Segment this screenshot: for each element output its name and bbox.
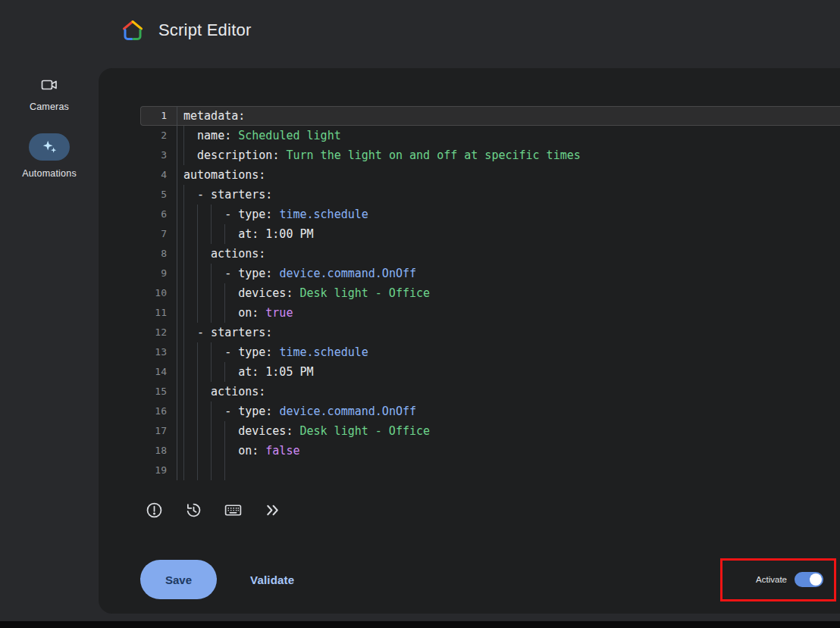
line-number: 4 [140, 165, 177, 185]
google-home-logo-icon [121, 19, 145, 42]
line-number: 13 [140, 342, 177, 362]
indent-guide [183, 205, 197, 224]
code-line-4[interactable]: 4automations: [140, 165, 840, 185]
automations-icon [29, 133, 70, 161]
code-line-12[interactable]: 12- starters: [140, 323, 840, 342]
code-line-text: - starters: [177, 185, 840, 205]
indent-guide [211, 283, 224, 303]
code-line-16[interactable]: 16- type: device.command.OnOff [140, 401, 840, 421]
editor-toolbar [144, 500, 282, 520]
code-line-text: - type: time.schedule [177, 205, 840, 224]
problems-button[interactable] [144, 500, 164, 520]
more-tools-button[interactable] [262, 500, 282, 520]
code-line-text: actions: [177, 244, 840, 264]
footer-actions: Save Validate [140, 560, 299, 599]
indent-guide [183, 441, 197, 461]
code-line-text: - starters: [177, 323, 840, 342]
indent-guide [211, 401, 224, 421]
activate-toggle[interactable] [795, 572, 823, 587]
code-line-19[interactable]: 19 [140, 461, 840, 480]
indent-guide [197, 244, 211, 264]
line-number: 11 [140, 303, 177, 323]
code-line-text: - type: time.schedule [177, 342, 840, 362]
indent-guide [224, 461, 238, 480]
code-line-text: - type: device.command.OnOff [177, 264, 840, 283]
camera-icon [40, 76, 58, 94]
indent-guide [197, 264, 211, 283]
code-line-8[interactable]: 8actions: [140, 244, 840, 264]
indent-guide [197, 224, 211, 244]
indent-guide [183, 185, 197, 205]
code-line-text: on: true [177, 303, 840, 323]
indent-guide [211, 461, 224, 480]
code-editor[interactable]: 1metadata:2name: Scheduled light3descrip… [140, 106, 840, 485]
code-line-text: description: Turn the light on and off a… [177, 145, 840, 165]
indent-guide [211, 205, 224, 224]
line-number: 8 [140, 244, 177, 264]
code-line-18[interactable]: 18on: false [140, 441, 840, 461]
line-number: 18 [140, 441, 177, 461]
indent-guide [197, 303, 211, 323]
indent-guide [183, 382, 197, 401]
line-number: 17 [140, 421, 177, 441]
indent-guide [183, 362, 197, 382]
code-line-text: actions: [177, 382, 840, 401]
indent-guide [197, 401, 211, 421]
error-icon [145, 501, 164, 520]
code-line-text: at: 1:00 PM [177, 224, 840, 244]
sidebar-item-label: Automations [22, 168, 77, 179]
indent-guide [224, 441, 238, 461]
code-line-text [177, 461, 840, 480]
validate-button[interactable]: Validate [246, 573, 299, 587]
code-line-6[interactable]: 6- type: time.schedule [140, 205, 840, 224]
save-button[interactable]: Save [140, 560, 217, 599]
line-number: 2 [140, 126, 177, 145]
line-number: 5 [140, 185, 177, 205]
indent-guide [197, 342, 211, 362]
indent-guide [197, 283, 211, 303]
line-number: 9 [140, 264, 177, 283]
line-number: 10 [140, 283, 177, 303]
code-line-1[interactable]: 1metadata: [140, 106, 840, 126]
indent-guide [197, 205, 211, 224]
bottom-strip [0, 621, 840, 628]
line-number: 1 [140, 106, 177, 126]
history-icon [184, 501, 203, 520]
indent-guide [183, 145, 197, 165]
keyboard-icon [224, 501, 243, 520]
indent-guide [183, 244, 197, 264]
line-number: 12 [140, 323, 177, 342]
indent-guide [211, 342, 224, 362]
code-line-3[interactable]: 3description: Turn the light on and off … [140, 145, 840, 165]
code-line-7[interactable]: 7at: 1:00 PM [140, 224, 840, 244]
line-number: 14 [140, 362, 177, 382]
editor-panel: 1metadata:2name: Scheduled light3descrip… [99, 68, 840, 614]
history-button[interactable] [183, 500, 203, 520]
code-line-9[interactable]: 9- type: device.command.OnOff [140, 264, 840, 283]
indent-guide [197, 362, 211, 382]
indent-guide [183, 126, 197, 145]
code-line-11[interactable]: 11on: true [140, 303, 840, 323]
indent-guide [211, 441, 224, 461]
code-line-2[interactable]: 2name: Scheduled light [140, 126, 840, 145]
line-number: 19 [140, 461, 177, 480]
double-chevron-icon [263, 501, 282, 520]
code-line-text: at: 1:05 PM [177, 362, 840, 382]
sidebar-item-cameras[interactable]: Cameras [30, 76, 69, 112]
page-title: Script Editor [158, 20, 251, 40]
code-line-text: automations: [177, 165, 840, 185]
indent-guide [183, 264, 197, 283]
line-number: 16 [140, 401, 177, 421]
sidebar-item-automations[interactable]: Automations [22, 133, 77, 179]
code-line-15[interactable]: 15actions: [140, 382, 840, 401]
keyboard-button[interactable] [223, 500, 243, 520]
code-line-17[interactable]: 17devices: Desk light - Office [140, 421, 840, 441]
code-line-10[interactable]: 10devices: Desk light - Office [140, 283, 840, 303]
code-line-14[interactable]: 14at: 1:05 PM [140, 362, 840, 382]
indent-guide [224, 224, 238, 244]
code-line-5[interactable]: 5- starters: [140, 185, 840, 205]
indent-guide [211, 362, 224, 382]
indent-guide [224, 283, 238, 303]
app-header: Script Editor [121, 17, 251, 44]
code-line-13[interactable]: 13- type: time.schedule [140, 342, 840, 362]
